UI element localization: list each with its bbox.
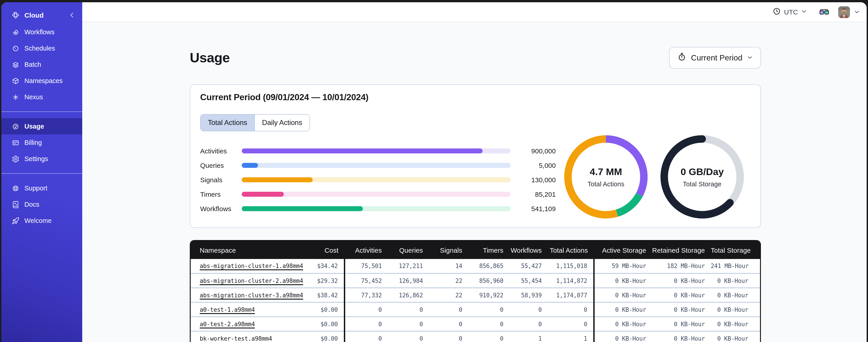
welcome-icon xyxy=(12,217,20,225)
bar-label: Workflows xyxy=(200,205,242,212)
cell-activities: 75,501 xyxy=(344,259,388,273)
tab-total-actions[interactable]: Total Actions xyxy=(200,114,254,131)
bar-value: 5,000 xyxy=(510,161,556,169)
period-selector-button[interactable]: Current Period xyxy=(669,47,761,69)
sidebar-item-support[interactable]: Support xyxy=(1,180,82,196)
column-header-total-storage: Total Storage xyxy=(711,241,761,259)
bar-track xyxy=(242,163,510,168)
cell-workflows: 1 xyxy=(509,331,548,342)
cell-timers: 856,960 xyxy=(468,273,509,288)
total-actions-donut: 4.7 MMTotal Actions xyxy=(563,134,649,220)
sidebar-item-settings[interactable]: Settings xyxy=(1,151,82,167)
table-row: bk-worker-test.a98mm4$0.000000110 KB-Hou… xyxy=(191,331,761,342)
bar-track xyxy=(242,148,510,153)
namespace-link[interactable]: a0-test-2.a98mm4 xyxy=(200,320,255,327)
column-header-queries: Queries xyxy=(388,241,429,259)
avatar[interactable] xyxy=(838,6,850,18)
sidebar-item-label: Usage xyxy=(24,123,44,130)
cell-signals: 0 xyxy=(429,331,468,342)
usage-card: Current Period (09/01/2024 — 10/01/2024)… xyxy=(190,84,761,228)
sidebar-item-label: Docs xyxy=(24,201,39,208)
cell-active-storage: 0 KB-Hour xyxy=(594,331,652,342)
cell-total-storage: 0 KB-Hour xyxy=(711,288,761,302)
cell-total-actions: 1,115,018 xyxy=(548,259,594,273)
cell-retained-storage: 0 KB-Hour xyxy=(652,317,711,331)
glasses-icon[interactable] xyxy=(819,8,829,15)
sidebar-nav: WorkflowsSchedulesBatchNamespacesNexusUs… xyxy=(1,24,82,229)
namespace-link[interactable]: abs-migration-cluster-2.a98mm4 xyxy=(200,277,303,284)
content-area: Usage Current Period Current Period (09/… xyxy=(82,22,867,342)
usage-bar-row-timers: Timers85,201 xyxy=(200,187,556,201)
sidebar-item-welcome[interactable]: Welcome xyxy=(1,212,82,229)
cell-retained-storage: 0 KB-Hour xyxy=(652,302,711,317)
schedules-icon xyxy=(12,44,20,52)
tab-daily-actions[interactable]: Daily Actions xyxy=(254,114,309,131)
sidebar-logo-label: Cloud xyxy=(24,11,63,19)
sidebar-item-billing[interactable]: Billing xyxy=(1,134,82,151)
usage-icon xyxy=(12,123,20,130)
sidebar-item-docs[interactable]: Docs xyxy=(1,196,82,212)
usage-bar-row-workflows: Workflows541,109 xyxy=(200,201,556,216)
table-header-row: NamespaceCostActivitiesQueriesSignalsTim… xyxy=(191,241,761,259)
column-header-active-storage: Active Storage xyxy=(594,241,652,259)
namespace-link[interactable]: bk-worker-test.a98mm4 xyxy=(200,335,272,342)
sidebar-item-nexus[interactable]: Nexus xyxy=(1,89,82,105)
cell-active-storage: 0 KB-Hour xyxy=(594,302,652,317)
namespace-link[interactable]: abs-migration-cluster-3.a98mm4 xyxy=(200,292,303,299)
namespace-link[interactable]: a0-test-1.a98mm4 xyxy=(200,306,255,313)
cell-retained-storage: 0 KB-Hour xyxy=(652,273,711,288)
sidebar-item-label: Nexus xyxy=(24,93,43,101)
cell-retained-storage: 0 KB-Hour xyxy=(652,288,711,302)
column-header-workflows: Workflows xyxy=(509,241,548,259)
cell-signals: 0 xyxy=(429,302,468,317)
timezone-selector[interactable]: UTC xyxy=(773,7,807,17)
sidebar-item-label: Namespaces xyxy=(24,77,63,84)
cell-namespace: a0-test-1.a98mm4 xyxy=(191,302,305,317)
bar-value: 900,000 xyxy=(510,147,556,155)
sidebar-item-label: Support xyxy=(24,184,48,192)
column-header-timers: Timers xyxy=(468,241,509,259)
cell-cost: $0.00 xyxy=(305,317,344,331)
bar-fill xyxy=(242,206,363,211)
cell-total-actions: 0 xyxy=(548,302,594,317)
sidebar-item-namespaces[interactable]: Namespaces xyxy=(1,73,82,89)
cell-workflows: 55,454 xyxy=(509,273,548,288)
sidebar-item-workflows[interactable]: Workflows xyxy=(1,24,82,40)
table-row: abs-migration-cluster-3.a98mm4$38.4277,3… xyxy=(191,288,761,302)
table-row: abs-migration-cluster-2.a98mm4$29.3275,4… xyxy=(191,273,761,288)
topbar: UTC xyxy=(82,2,867,22)
cell-queries: 127,211 xyxy=(388,259,429,273)
page-title: Usage xyxy=(190,50,230,65)
batch-icon xyxy=(12,61,20,68)
cell-timers: 0 xyxy=(468,317,509,331)
sidebar-item-label: Workflows xyxy=(24,28,55,36)
usage-bar-row-signals: Signals130,000 xyxy=(200,172,556,187)
column-header-cost: Cost xyxy=(305,241,344,259)
cell-total-actions: 1,114,872 xyxy=(548,273,594,288)
settings-icon xyxy=(12,155,20,163)
usage-card-title: Current Period (09/01/2024 — 10/01/2024) xyxy=(200,92,750,102)
cell-timers: 856,865 xyxy=(468,259,509,273)
usage-charts: Activities900,000Queries5,000Signals130,… xyxy=(200,143,750,220)
namespace-link[interactable]: abs-migration-cluster-1.a98mm4 xyxy=(200,263,303,269)
bar-fill xyxy=(242,163,258,168)
bar-fill xyxy=(242,148,483,153)
bar-track xyxy=(242,206,510,211)
sidebar-item-batch[interactable]: Batch xyxy=(1,57,82,73)
actions-bar-chart: Activities900,000Queries5,000Signals130,… xyxy=(200,143,556,216)
account-menu-chevron-icon[interactable] xyxy=(854,9,860,15)
sidebar-item-schedules[interactable]: Schedules xyxy=(1,40,82,57)
cell-active-storage: 0 KB-Hour xyxy=(594,317,652,331)
donut-value: 4.7 MM xyxy=(590,166,622,177)
billing-icon xyxy=(12,139,20,146)
cell-signals: 0 xyxy=(429,317,468,331)
sidebar-item-label: Billing xyxy=(24,139,42,146)
workflows-icon xyxy=(12,28,20,36)
cell-signals: 22 xyxy=(429,273,468,288)
sidebar-divider xyxy=(1,173,82,174)
cell-activities: 75,452 xyxy=(344,273,388,288)
cell-total-actions: 0 xyxy=(548,317,594,331)
sidebar-logo-row[interactable]: Cloud xyxy=(1,6,82,24)
cell-activities: 0 xyxy=(344,302,388,317)
sidebar-item-usage[interactable]: Usage xyxy=(1,118,82,134)
